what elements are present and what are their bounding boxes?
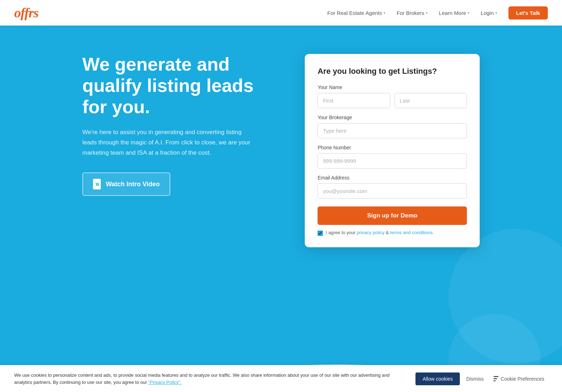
phone-input[interactable] [318, 153, 467, 169]
email-field-group: Email Address [318, 175, 467, 199]
last-name-input[interactable] [395, 93, 467, 108]
email-input[interactable] [318, 183, 467, 199]
email-label: Email Address [318, 175, 467, 181]
chevron-down-icon: ▾ [495, 11, 497, 15]
hero-headline: We generate and qualify listing leads fo… [82, 54, 267, 117]
brokerage-label: Your Brokerage [318, 115, 467, 120]
terms-conditions-link[interactable]: terms and conditions. [390, 230, 434, 235]
name-label: Your Name [318, 84, 467, 90]
cookie-text: We use cookies to personalize content an… [14, 372, 408, 386]
phone-field-group: Phone Number [318, 145, 467, 169]
chevron-down-icon: ▾ [468, 11, 469, 15]
first-name-input[interactable] [318, 93, 390, 108]
cookie-actions: Allow cookies Dismiss Cookie Preferences [415, 372, 548, 385]
hero-section: We generate and qualify listing leads fo… [0, 0, 562, 392]
terms-row: I agree to your privacy policy & terms a… [318, 230, 467, 236]
navbar: offrs For Real Estate Agents ▾ For Broke… [0, 0, 562, 26]
cookie-bar: We use cookies to personalize content an… [0, 365, 562, 392]
brokerage-input[interactable] [318, 123, 467, 138]
phone-label: Phone Number [318, 145, 467, 150]
terms-text: I agree to your privacy policy & terms a… [326, 230, 434, 235]
brokerage-field-group: Your Brokerage [318, 115, 467, 138]
dismiss-cookies-button[interactable]: Dismiss [460, 372, 490, 385]
name-field-group: Your Name [318, 84, 467, 108]
watch-btn-label: Watch Intro Video [106, 181, 160, 188]
sign-up-button[interactable]: Sign up for Demo [318, 206, 467, 225]
form-title: Are you looking to get Listings? [318, 67, 467, 76]
nav-item-learn-more[interactable]: Learn More ▾ [439, 10, 469, 16]
logo-text: offrs [14, 5, 38, 21]
hero-left: We generate and qualify listing leads fo… [82, 54, 281, 196]
name-row [318, 93, 467, 108]
cookie-settings-icon [494, 376, 498, 381]
chevron-down-icon: ▾ [426, 11, 428, 15]
cookie-preferences-button[interactable]: Cookie Preferences [490, 372, 548, 385]
cookie-policy-link[interactable]: "Privacy Policy". [148, 380, 182, 385]
privacy-policy-link[interactable]: privacy policy [357, 230, 385, 235]
hero-subtext: We're here to assist you in generating a… [82, 127, 253, 158]
hero-right: Are you looking to get Listings? Your Na… [305, 54, 480, 247]
logo[interactable]: offrs [14, 5, 38, 21]
allow-cookies-button[interactable]: Allow cookies [415, 372, 460, 385]
lets-talk-button[interactable]: Let's Talk [508, 6, 548, 20]
nav-links: For Real Estate Agents ▾ For Brokers ▾ L… [327, 6, 548, 20]
double-chevron-icon: » [93, 179, 101, 189]
terms-checkbox[interactable] [318, 231, 323, 236]
nav-item-login[interactable]: Login ▾ [481, 10, 497, 16]
watch-intro-button[interactable]: » Watch Intro Video [82, 172, 170, 196]
signup-form-card: Are you looking to get Listings? Your Na… [305, 54, 480, 247]
nav-item-brokers[interactable]: For Brokers ▾ [397, 10, 428, 16]
nav-item-agents[interactable]: For Real Estate Agents ▾ [327, 10, 385, 16]
chevron-down-icon: ▾ [384, 11, 385, 15]
